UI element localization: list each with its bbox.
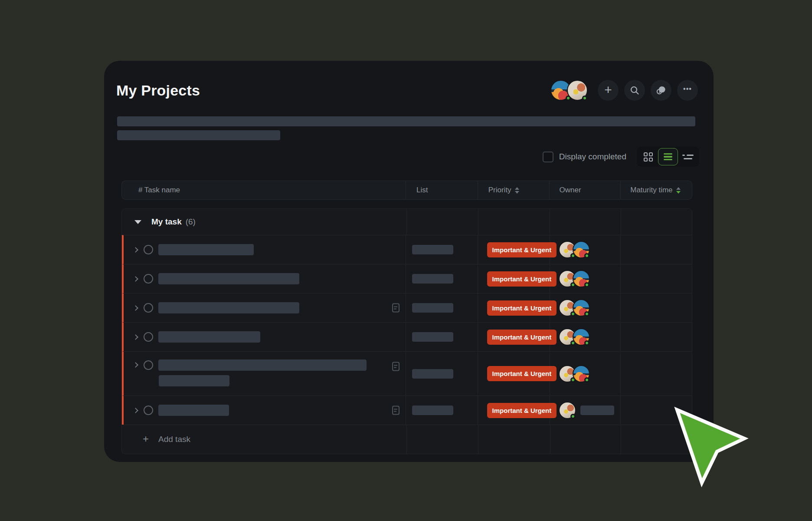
owner-avatars[interactable] <box>559 241 590 258</box>
task-status-circle[interactable] <box>144 360 153 370</box>
task-title-skeleton <box>158 331 260 343</box>
description-skeleton-line <box>117 130 280 140</box>
list-skeleton <box>412 369 453 379</box>
projects-window: My Projects + ••• Display completed <box>104 61 714 462</box>
column-header-maturity-time[interactable]: Maturity time <box>621 181 692 199</box>
more-button[interactable]: ••• <box>677 80 698 101</box>
task-row[interactable]: Important & Urgent <box>122 293 692 322</box>
list-skeleton <box>412 303 453 313</box>
online-status-dot <box>570 414 576 419</box>
priority-badge[interactable]: Important & Urgent <box>487 242 557 257</box>
more-icon: ••• <box>683 85 692 93</box>
task-status-circle[interactable] <box>144 274 153 284</box>
expand-task-icon[interactable] <box>133 334 138 340</box>
add-task-row[interactable]: + Add task <box>122 425 692 454</box>
avatar[interactable] <box>573 299 590 317</box>
group-label: My task <box>151 217 182 227</box>
owner-avatars[interactable] <box>559 365 590 383</box>
task-group-row[interactable]: My task (6) <box>122 209 692 235</box>
task-status-circle[interactable] <box>144 245 153 254</box>
note-icon[interactable] <box>392 362 399 371</box>
team-avatar-stack[interactable] <box>550 80 588 101</box>
expand-task-icon[interactable] <box>133 362 138 368</box>
column-header-owner[interactable]: Owner <box>550 181 621 199</box>
online-status-dot <box>584 253 589 258</box>
expand-task-icon[interactable] <box>133 247 138 253</box>
plus-icon: + <box>604 83 612 96</box>
sort-icon[interactable] <box>676 187 681 194</box>
search-button[interactable] <box>624 80 645 101</box>
search-icon <box>630 86 639 95</box>
description-skeleton-line <box>117 116 695 126</box>
priority-badge[interactable]: Important & Urgent <box>487 366 557 381</box>
grid-view-icon <box>644 152 653 162</box>
expand-task-icon[interactable] <box>133 408 138 413</box>
task-title-skeleton <box>158 244 254 255</box>
task-title-skeleton <box>158 302 299 313</box>
avatar[interactable] <box>573 365 590 383</box>
sort-icon[interactable] <box>515 187 519 194</box>
avatar[interactable] <box>559 402 576 419</box>
tasks-table: # Task name List Priority Owner Maturity… <box>121 181 692 454</box>
sort-view-icon <box>682 155 694 159</box>
expand-task-icon[interactable] <box>133 276 138 282</box>
avatar[interactable] <box>573 328 590 346</box>
note-icon[interactable] <box>392 303 399 313</box>
online-status-dot <box>584 377 589 383</box>
task-row[interactable]: Important & Urgent <box>122 264 692 293</box>
priority-badge[interactable]: Important & Urgent <box>487 330 557 345</box>
column-header-list[interactable]: List <box>406 181 478 199</box>
avatar[interactable] <box>567 80 588 101</box>
avatar[interactable] <box>573 241 590 258</box>
note-icon[interactable] <box>392 406 399 415</box>
online-status-dot <box>582 96 587 101</box>
online-status-dot <box>584 282 589 287</box>
owner-name-skeleton <box>580 406 614 415</box>
priority-badge[interactable]: Important & Urgent <box>487 403 557 418</box>
list-view-button[interactable] <box>658 148 678 165</box>
display-completed-checkbox[interactable] <box>543 152 553 162</box>
expand-task-icon[interactable] <box>133 305 138 311</box>
owner-avatars[interactable] <box>559 299 590 317</box>
chat-bubble-icon <box>656 85 666 96</box>
list-skeleton <box>412 406 453 415</box>
display-completed-label: Display completed <box>559 152 626 162</box>
column-header-task-name[interactable]: # Task name <box>122 181 406 199</box>
plus-icon: + <box>143 434 149 444</box>
owner-avatars[interactable] <box>559 328 590 346</box>
column-header-priority[interactable]: Priority <box>478 181 550 199</box>
chat-button[interactable] <box>651 80 671 101</box>
grid-view-button[interactable] <box>638 148 658 165</box>
task-row[interactable]: Important & Urgent <box>122 235 692 264</box>
view-toggle-group <box>637 147 699 167</box>
task-status-circle[interactable] <box>144 303 153 313</box>
task-status-circle[interactable] <box>144 406 153 415</box>
task-title-skeleton <box>158 273 299 284</box>
add-button[interactable]: + <box>598 80 619 101</box>
priority-badge[interactable]: Important & Urgent <box>487 300 557 316</box>
task-title-skeleton <box>158 405 229 416</box>
group-count: (6) <box>186 217 196 227</box>
collapse-group-icon[interactable] <box>134 220 141 224</box>
list-skeleton <box>412 332 453 342</box>
add-task-label: Add task <box>158 435 190 444</box>
avatar[interactable] <box>573 270 590 287</box>
online-status-dot <box>584 311 589 317</box>
owner-avatars[interactable] <box>559 402 576 419</box>
display-completed-toggle[interactable]: Display completed <box>543 152 626 162</box>
sort-view-button[interactable] <box>678 148 698 165</box>
task-title-skeleton <box>159 375 229 386</box>
online-status-dot <box>584 340 589 346</box>
priority-badge[interactable]: Important & Urgent <box>487 271 557 287</box>
owner-avatars[interactable] <box>559 270 590 287</box>
task-row[interactable]: Important & Urgent <box>122 322 692 351</box>
task-row[interactable]: Important & Urgent <box>122 351 692 396</box>
list-view-icon <box>664 153 672 161</box>
header-actions: + ••• <box>550 80 698 101</box>
green-arrow-cursor <box>667 402 754 489</box>
window-header: My Projects + ••• <box>116 78 698 102</box>
task-row[interactable]: Important & Urgent <box>122 396 692 425</box>
table-body: My task (6) Important & Urgent <box>121 208 692 454</box>
task-title-skeleton <box>158 359 367 371</box>
task-status-circle[interactable] <box>144 332 153 342</box>
